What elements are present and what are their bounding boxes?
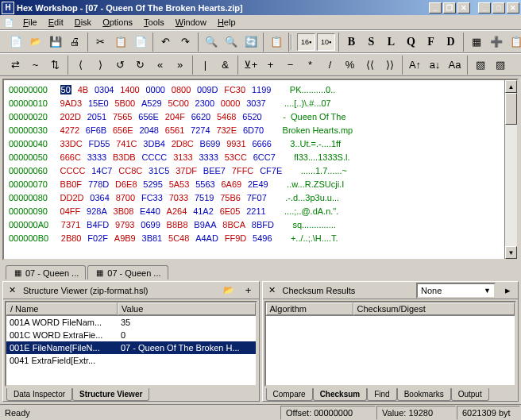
print-button[interactable]: 🖨 — [66, 33, 84, 51]
flip-button[interactable]: ⇅ — [46, 56, 64, 74]
rol-button[interactable]: ↺ — [111, 56, 129, 74]
tab-checksum[interactable]: Checksum — [313, 388, 368, 401]
menu-tools[interactable]: Tools — [138, 16, 170, 29]
cut-button[interactable]: ✂ — [91, 33, 110, 51]
doc-icon[interactable]: 📄 — [3, 17, 14, 28]
shr2-button[interactable]: ⟩⟩ — [380, 56, 399, 74]
tab-structure-viewer[interactable]: Structure Viewer — [72, 388, 149, 401]
struct-row[interactable]: 0041 ExtraField[Extr... — [6, 354, 256, 367]
struct-row[interactable]: 001A WORD FileNam...35 — [6, 316, 256, 329]
color1-button[interactable]: ▧ — [471, 56, 489, 74]
chevron-down-icon: ▼ — [484, 287, 491, 295]
titlebar: H Hex Workshop - [07 - Queen Of The Brok… — [0, 0, 521, 15]
undo-button[interactable]: ↶ — [156, 33, 175, 51]
structure-viewer-panel: ✕ Structure Viewer (zip-format.hsl) 📂 + … — [2, 281, 260, 402]
and-button[interactable]: & — [216, 56, 234, 74]
struct-lib-button[interactable]: ▦ — [467, 33, 485, 51]
quad-button[interactable]: Q — [402, 33, 420, 51]
struct-row[interactable]: 001E FileName[FileN...07 - Queen Of The … — [6, 341, 256, 354]
tab-data-inspector[interactable]: Data Inspector — [6, 388, 72, 401]
mul-button[interactable]: * — [301, 56, 319, 74]
menu-disk[interactable]: Disk — [69, 16, 97, 29]
block-shr-button[interactable]: » — [171, 56, 189, 74]
struct-row[interactable]: 001C WORD ExtraFie...0 — [6, 329, 256, 341]
lowercase-button[interactable]: a↓ — [426, 56, 444, 74]
find-button[interactable]: 🔍 — [202, 33, 220, 51]
width-10-button[interactable]: 10▪ — [317, 33, 335, 51]
menu-edit[interactable]: Edit — [43, 16, 69, 29]
menu-file[interactable]: File — [17, 16, 43, 29]
scroll-up-icon[interactable]: ▲ — [505, 80, 517, 93]
close-button[interactable]: ✕ — [507, 2, 519, 13]
menu-help[interactable]: Help — [212, 16, 241, 29]
replace-button[interactable]: 🔄 — [241, 33, 260, 51]
shr-button[interactable]: ⟩ — [91, 56, 110, 74]
short-button[interactable]: S — [362, 33, 380, 51]
structure-viewer-title: Structure Viewer (zip-format.hsl) — [23, 286, 216, 295]
close-structure-icon[interactable]: ✕ — [6, 285, 18, 295]
invert-button[interactable]: ~ — [26, 56, 44, 74]
doc-restore-button[interactable]: ❐ — [443, 2, 456, 13]
menu-options[interactable]: Options — [97, 16, 138, 29]
file-icon: ▦ — [95, 268, 105, 278]
maximize-button[interactable]: □ — [492, 2, 505, 13]
double-button[interactable]: D — [442, 33, 460, 51]
long-button[interactable]: L — [382, 33, 400, 51]
float-button[interactable]: F — [422, 33, 440, 51]
or-button[interactable]: | — [196, 56, 214, 74]
minimize-button[interactable]: _ — [478, 2, 491, 13]
xor-plus-button[interactable]: ⊻+ — [241, 56, 260, 74]
add-struct-button[interactable]: ➕ — [487, 33, 505, 51]
hex-scrollbar[interactable]: ▲ ▼ — [504, 80, 517, 259]
close-checksum-icon[interactable]: ✕ — [266, 285, 278, 295]
color2-button[interactable]: ▨ — [491, 56, 509, 74]
file-tab-1[interactable]: ▦07 - Queen ... — [87, 265, 168, 279]
shl-button[interactable]: ⟨ — [71, 56, 90, 74]
open-hsl-button[interactable]: 📂 — [221, 283, 237, 298]
tab-compare[interactable]: Compare — [266, 388, 313, 401]
new-button[interactable]: 📄 — [6, 33, 25, 51]
tab-output[interactable]: Output — [451, 388, 489, 401]
sub-button[interactable]: − — [281, 56, 299, 74]
byte-button[interactable]: B — [342, 33, 361, 51]
add-button[interactable]: + — [261, 56, 280, 74]
checksum-algo-dropdown[interactable]: None ▼ — [416, 283, 496, 299]
open-button[interactable]: 📂 — [26, 33, 44, 51]
status-offset: Offset: 00000000 — [280, 406, 376, 420]
tab-find[interactable]: Find — [367, 388, 396, 401]
struct-col-name[interactable]: / Name — [6, 302, 118, 315]
mod-button[interactable]: % — [341, 56, 359, 74]
tab-bookmarks[interactable]: Bookmarks — [397, 388, 451, 401]
menu-window[interactable]: Window — [170, 16, 212, 29]
checksum-col-algo[interactable]: Algorithm — [266, 302, 353, 315]
swap-button[interactable]: ⇄ — [6, 56, 25, 74]
app-icon: H — [2, 2, 14, 14]
doc-minimize-button[interactable]: _ — [429, 2, 442, 13]
status-bytes: 6021309 byt — [457, 406, 520, 420]
struct-view-button[interactable]: 📋 — [507, 33, 521, 51]
width-16-button[interactable]: 16▪ — [297, 33, 315, 51]
goto-button[interactable]: 📋 — [267, 33, 285, 51]
scroll-down-icon[interactable]: ▼ — [505, 246, 517, 259]
swapcase-button[interactable]: Aa — [446, 56, 464, 74]
copy-button[interactable]: 📋 — [111, 33, 129, 51]
ror-button[interactable]: ↻ — [131, 56, 149, 74]
find-next-button[interactable]: 🔍 — [222, 33, 240, 51]
shl2-button[interactable]: ⟨⟨ — [361, 56, 379, 74]
window-title: Hex Workshop - [07 - Queen Of The Broken… — [17, 3, 429, 13]
run-checksum-button[interactable]: ▸ — [500, 283, 515, 298]
scroll-thumb[interactable] — [505, 93, 517, 125]
menubar: 📄 FileEditDiskOptionsToolsWindowHelp — [0, 15, 521, 30]
file-tab-0[interactable]: ▦07 - Queen ... — [6, 265, 86, 279]
paste-button[interactable]: 📄 — [131, 33, 149, 51]
save-button[interactable]: 💾 — [46, 33, 64, 51]
checksum-col-digest[interactable]: Checksum/Digest — [353, 302, 515, 315]
struct-col-value[interactable]: Value — [118, 302, 256, 315]
doc-close-button[interactable]: ✕ — [457, 2, 470, 13]
hex-editor[interactable]: 00000000 50 4B 0304 1400 0000 0800 009D … — [2, 79, 519, 260]
block-shl-button[interactable]: « — [151, 56, 169, 74]
redo-button[interactable]: ↷ — [176, 33, 195, 51]
add-hsl-button[interactable]: + — [241, 283, 256, 298]
div-button[interactable]: / — [321, 56, 339, 74]
uppercase-button[interactable]: A↑ — [406, 56, 424, 74]
